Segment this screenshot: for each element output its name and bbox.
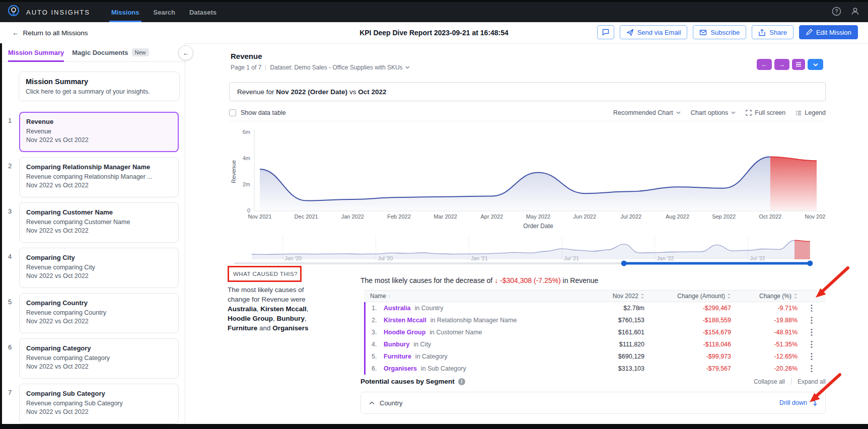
cause-link[interactable]: Kirsten Mccall [384,317,426,324]
expand-all-link[interactable]: Expand all [798,378,826,385]
card-title: Comparing Sub Category [26,390,172,397]
change-amount: -$99,973 [644,353,731,360]
nav-tab-datasets[interactable]: Datasets [189,2,216,22]
col-header-change-pct[interactable]: Change (%) [731,293,798,300]
mission-card-city[interactable]: Comparing City Revenue comparing City No… [19,248,179,288]
dataset-selector[interactable]: Dataset: Demo Sales - Office Supplies wi… [270,64,409,71]
country-collapse-toggle[interactable]: Country [369,399,403,407]
mission-card-category[interactable]: Comparing Category Revenue comparing Cat… [19,338,179,379]
divider [791,378,791,385]
mission-card-rel-manager[interactable]: Comparing Relationship Manager Name Reve… [19,157,179,197]
user-icon[interactable] [850,7,860,18]
cause-context: in City [413,341,431,348]
card-line2: Nov 2022 vs Oct 2022 [26,317,172,326]
kebab-menu-icon[interactable] [807,364,817,374]
row-actions [798,351,826,362]
mission-summary-card[interactable]: Mission Summary Click here to get a summ… [19,72,180,101]
share-button[interactable]: Share [752,25,793,39]
kebab-menu-icon[interactable] [807,351,817,362]
card-title: Comparing Customer Name [26,208,172,216]
recommended-chart-dropdown[interactable]: Recommended Chart [613,109,681,116]
menu-button[interactable] [792,59,805,70]
col-header-change-amount[interactable]: Change (Amount) [644,293,731,300]
page-nav-buttons: ← → [757,59,823,70]
new-badge: New [132,48,149,56]
show-data-table-toggle[interactable]: Show data table [229,109,286,116]
next-page-button[interactable]: → [774,59,789,70]
collapse-all-link[interactable]: Collapse all [754,378,785,385]
sidebar-collapse-button[interactable]: ← [178,45,193,60]
back-label: Return to all Missions [23,29,88,37]
cause-link[interactable]: Organisers [384,365,417,372]
table-row[interactable]: 1.Australiain Country$2.78m-$299,467-9.7… [366,302,826,314]
drill-down-link[interactable]: Drill down [779,399,817,406]
card-line1: Revenue comparing Relationship Manager .… [26,173,172,181]
back-to-missions-link[interactable]: ← Return to all Missions [12,29,88,37]
mission-card-revenue[interactable]: Revenue Revenue Nov 2022 vs Oct 2022 [19,112,179,152]
tab-magic-documents[interactable]: Magic Documents New [72,43,149,61]
summary-card-title: Mission Summary [26,78,173,86]
y-tick-label: 2m [243,181,250,187]
item-number: 2 [8,162,12,170]
timeline-range-slider[interactable]: Jan '20Jul '20Jan '21Jul '21Jan '22Jul '… [229,234,826,267]
rank: 4. [372,341,382,348]
cause-link[interactable]: Australia [384,305,411,312]
x-tick-label: Nov 2021 [248,213,271,220]
auto-insights-logo-icon [7,5,20,20]
help-icon[interactable]: ? [832,7,841,18]
header-label: Change (Amount) [677,293,725,300]
table-row[interactable]: 2.Kirsten Mccallin Relationship Manager … [366,314,826,326]
info-icon[interactable]: i [458,378,465,385]
slider-handle-right[interactable] [807,261,813,266]
page-info: Page 1 of 7 Dataset: Demo Sales - Office… [231,64,410,71]
tab-mission-summary[interactable]: Mission Summary [8,43,64,61]
sort-icon [793,293,798,299]
subscribe-button[interactable]: Subscribe [693,25,746,39]
cause-link[interactable]: Hoodle Group [384,329,425,336]
edit-mission-button[interactable]: Edit Mission [799,25,858,39]
show-data-table-checkbox[interactable] [229,109,236,116]
row-actions [798,303,826,313]
slider-handle-left[interactable] [621,261,627,266]
change-pct: -51.35% [731,341,798,348]
comment-button[interactable] [597,25,614,39]
send-email-button[interactable]: Send via Email [620,25,688,39]
chart-options-dropdown[interactable]: Chart options [691,109,736,116]
legend-button[interactable]: Legend [795,109,826,116]
subtitle-metric: Revenue [237,88,266,96]
table-row[interactable]: 4.Bunburyin City$111,820-$118,046-51.35% [366,338,826,350]
table-row[interactable]: 6.Organisersin Sub Category$313,103-$79,… [366,363,826,375]
cause-link[interactable]: Furniture [384,353,411,360]
cause-context: in Sub Category [421,365,466,372]
segments-header: Potential causes by Segment i Collapse a… [360,378,826,385]
legend-label: Legend [805,109,826,116]
expand-menu-button[interactable] [808,59,823,70]
kebab-menu-icon[interactable] [807,303,817,313]
divider [229,121,826,121]
prev-page-button[interactable]: ← [757,59,772,70]
segment-group-country[interactable]: Country Drill down [360,392,826,414]
fullscreen-button[interactable]: Full screen [746,109,785,116]
mission-card-sub-category[interactable]: Comparing Sub Category Revenue comparing… [19,384,179,424]
x-tick-label: Nov 2022 [805,213,826,220]
x-tick-label: Oct 2022 [759,213,782,220]
card-line1: Revenue comparing Category [26,354,172,363]
cause-link[interactable]: Bunbury [384,341,409,348]
revenue-line-chart[interactable]: 02m4m6mNov 2021Dec 2021Jan 2022Feb 2022M… [229,123,826,232]
mission-card-country[interactable]: Comparing Country Revenue comparing Coun… [19,293,179,333]
mission-card-customer-name[interactable]: Comparing Customer Name Revenue comparin… [19,202,179,243]
table-row[interactable]: 3.Hoodle Groupin Customer Name$161,601-$… [366,326,826,338]
kebab-menu-icon[interactable] [807,315,817,325]
table-row[interactable]: 5.Furniturein Category$690,129-$99,973-1… [366,350,826,363]
kebab-menu-icon[interactable] [807,339,817,349]
header-label: Name [370,293,386,300]
col-header-nov-2022[interactable]: Nov 2022 [579,293,644,300]
nav-tab-missions[interactable]: Missions [111,2,139,22]
drill-down-icon [810,400,817,406]
col-header-name[interactable]: Name ↑ [364,293,579,300]
nav-tab-search[interactable]: Search [154,2,175,22]
kebab-menu-icon[interactable] [807,327,817,337]
rank: 1. [372,305,382,312]
header-actions: Send via Email Subscribe Share Edit Miss… [597,25,858,39]
top-navbar: AUTO INSIGHTS Missions Search Datasets ? [0,2,868,22]
